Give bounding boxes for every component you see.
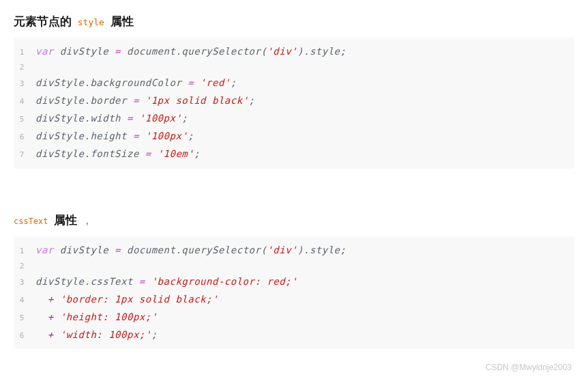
code-content: divStyle.border = '1px solid black'; bbox=[30, 92, 254, 110]
line-number: 1 bbox=[14, 244, 30, 258]
watermark: CSDN @Mwyldnje2003 bbox=[486, 363, 572, 372]
heading-prefix: 元素节点的 bbox=[14, 15, 72, 28]
code-line: 4 + 'border: 1px solid black;' bbox=[14, 291, 574, 309]
heading-suffix: 属性 bbox=[54, 214, 77, 227]
line-number: 6 bbox=[14, 329, 30, 343]
line-number: 1 bbox=[14, 46, 30, 59]
code-content: + 'height: 100px;' bbox=[30, 309, 158, 326]
line-number: 6 bbox=[14, 130, 30, 144]
heading-inline-code: cssText bbox=[14, 216, 48, 226]
line-number: 4 bbox=[14, 294, 30, 307]
code-content: var divStyle = document.querySelector('d… bbox=[30, 242, 346, 259]
line-number: 7 bbox=[14, 148, 30, 162]
code-content: + 'border: 1px solid black;' bbox=[30, 291, 218, 309]
code-line: 5 divStyle.width = '100px'; bbox=[14, 110, 574, 128]
heading-inline-code: style bbox=[78, 17, 104, 27]
heading-suffix: 属性 bbox=[111, 15, 134, 28]
code-block-2: 1 var divStyle = document.querySelector(… bbox=[14, 236, 574, 350]
code-line: 6 divStyle.height = '100px'; bbox=[14, 128, 574, 145]
line-number: 2 bbox=[14, 259, 30, 273]
code-line: 6 + 'width: 100px;'; bbox=[14, 326, 574, 344]
line-number: 3 bbox=[14, 77, 30, 91]
code-content: divStyle.width = '100px'; bbox=[30, 110, 188, 128]
code-line: 2 bbox=[14, 259, 574, 273]
code-line: 1 var divStyle = document.querySelector(… bbox=[14, 43, 574, 61]
code-block-1: 1 var divStyle = document.querySelector(… bbox=[14, 38, 574, 169]
code-content: + 'width: 100px;'; bbox=[30, 326, 158, 344]
code-line: 5 + 'height: 100px;' bbox=[14, 309, 574, 326]
code-line: 2 bbox=[14, 61, 574, 74]
code-content: divStyle.backgroundColor = 'red'; bbox=[30, 74, 237, 92]
line-number: 2 bbox=[14, 61, 30, 74]
code-line: 3 divStyle.cssText = 'background-color: … bbox=[14, 273, 574, 291]
code-content: divStyle.cssText = 'background-color: re… bbox=[30, 273, 297, 291]
section-1-heading: 元素节点的 style 属性 bbox=[14, 14, 574, 29]
code-line: 3 divStyle.backgroundColor = 'red'; bbox=[14, 74, 574, 92]
line-number: 5 bbox=[14, 113, 30, 126]
section-2-heading: cssText 属性 , bbox=[14, 212, 574, 228]
code-content: var divStyle = document.querySelector('d… bbox=[30, 43, 346, 61]
line-number: 5 bbox=[14, 311, 30, 325]
line-number: 4 bbox=[14, 95, 30, 109]
code-content: divStyle.fontSize = '10em'; bbox=[30, 145, 200, 163]
line-number: 3 bbox=[14, 276, 30, 290]
code-content: divStyle.height = '100px'; bbox=[30, 128, 194, 145]
code-line: 1 var divStyle = document.querySelector(… bbox=[14, 242, 574, 259]
code-line: 4 divStyle.border = '1px solid black'; bbox=[14, 92, 574, 110]
decorative-quote: , bbox=[86, 216, 89, 226]
code-line: 7 divStyle.fontSize = '10em'; bbox=[14, 145, 574, 163]
